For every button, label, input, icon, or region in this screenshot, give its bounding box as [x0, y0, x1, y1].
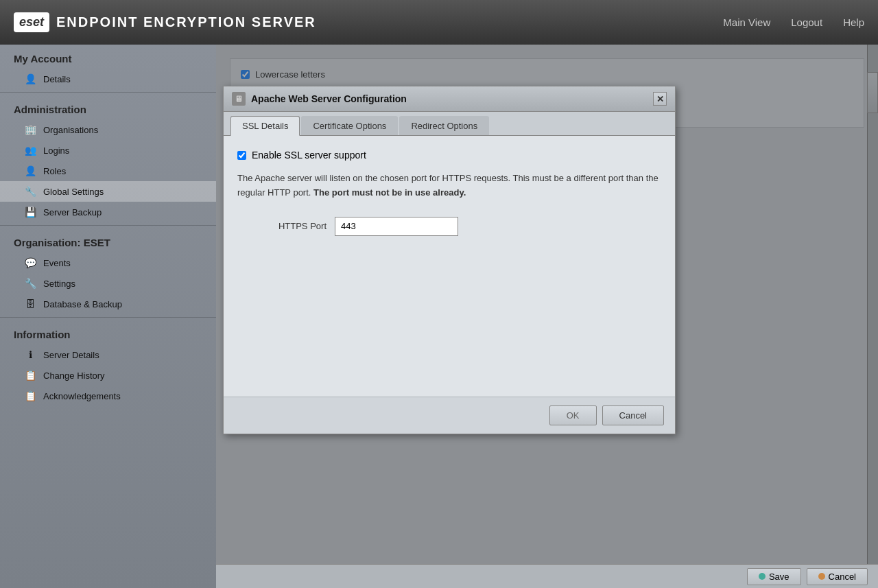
modal-title-text: Apache Web Server Configuration: [251, 93, 407, 104]
divider-2: [0, 225, 216, 226]
cancel-icon: [818, 573, 825, 580]
logins-icon: 👥: [24, 144, 36, 156]
sidebar-logins-label: Logins: [43, 145, 69, 156]
sidebar-details-label: Details: [43, 74, 71, 84]
details-icon: 👤: [24, 73, 36, 85]
tab-certificate-options[interactable]: Certificate Options: [301, 116, 398, 135]
save-icon: [759, 573, 766, 580]
ssl-enable-row: Enable SSL server support: [237, 150, 661, 161]
modal-body: Enable SSL server support The Apache ser…: [224, 136, 675, 397]
sidebar-item-settings[interactable]: 🔧 Settings: [0, 273, 216, 294]
help-link[interactable]: Help: [843, 16, 864, 28]
events-icon: 💬: [24, 257, 36, 269]
sidebar-item-server-backup[interactable]: 💾 Server Backup: [0, 202, 216, 222]
save-label: Save: [769, 572, 790, 582]
settings-icon: 🔧: [24, 277, 36, 290]
server-backup-icon: 💾: [24, 206, 36, 218]
main-layout: My Account 👤 Details Administration 🏢 Or…: [0, 45, 878, 588]
sidebar-change-history-label: Change History: [43, 371, 105, 381]
modal-title-area: 🖥 Apache Web Server Configuration: [232, 92, 407, 106]
https-port-input[interactable]: [335, 217, 458, 236]
sidebar-acknowledgements-label: Acknowledgements: [43, 391, 121, 401]
modal-overlay: 🖥 Apache Web Server Configuration ✕ SSL …: [216, 45, 878, 588]
sidebar-server-details-label: Server Details: [43, 350, 99, 360]
bottom-bar: Save Cancel: [216, 564, 878, 588]
sidebar-database-backup-label: Database & Backup: [43, 299, 122, 309]
sidebar-item-events[interactable]: 💬 Events: [0, 252, 216, 273]
https-port-label: HTTPS Port: [265, 221, 327, 231]
sidebar-item-database-backup[interactable]: 🗄 Database & Backup: [0, 294, 216, 314]
acknowledgements-icon: 📋: [24, 390, 36, 402]
save-button[interactable]: Save: [747, 568, 801, 585]
https-port-row: HTTPS Port: [265, 217, 661, 236]
sidebar-item-details[interactable]: 👤 Details: [0, 69, 216, 89]
change-history-icon: 📋: [24, 369, 36, 381]
roles-icon: 👤: [24, 165, 36, 177]
server-details-icon: ℹ: [24, 349, 36, 361]
modal-tabs: SSL Details Certificate Options Redirect…: [224, 112, 675, 136]
header: eset ENDPOINT ENCRYPTION SERVER Main Vie…: [0, 0, 878, 45]
ssl-enable-checkbox[interactable]: [237, 151, 246, 160]
information-section-title: Information: [0, 320, 216, 344]
sidebar-item-logins[interactable]: 👥 Logins: [0, 140, 216, 161]
modal-footer: OK Cancel: [224, 397, 675, 434]
modal-cancel-button[interactable]: Cancel: [602, 405, 664, 425]
modal-header-icon: 🖥: [232, 92, 246, 106]
logo-eset-text: eset: [19, 15, 44, 29]
divider-1: [0, 92, 216, 93]
sidebar-item-organisations[interactable]: 🏢 Organisations: [0, 119, 216, 140]
database-backup-icon: 🗄: [24, 298, 36, 310]
ssl-description-bold: The port must not be in use already.: [313, 187, 466, 198]
sidebar-settings-label: Settings: [43, 279, 75, 289]
sidebar-global-settings-label: Global Settings: [43, 187, 104, 197]
organisations-icon: 🏢: [24, 124, 36, 136]
sidebar-item-global-settings[interactable]: 🔧 Global Settings: [0, 181, 216, 202]
tab-ssl-details[interactable]: SSL Details: [230, 116, 300, 136]
my-account-section-title: My Account: [0, 45, 216, 69]
main-view-link[interactable]: Main View: [723, 16, 770, 28]
sidebar-roles-label: Roles: [43, 166, 66, 176]
ssl-enable-label: Enable SSL server support: [252, 150, 366, 161]
cancel-button[interactable]: Cancel: [807, 568, 868, 585]
tab-redirect-options[interactable]: Redirect Options: [399, 116, 489, 135]
logout-link[interactable]: Logout: [791, 16, 822, 28]
ssl-description: The Apache server will listen on the cho…: [237, 172, 661, 200]
content-area: Lowercase letters Numbers Symbols dpoint…: [216, 45, 878, 588]
modal-close-button[interactable]: ✕: [653, 92, 667, 106]
modal-dialog: 🖥 Apache Web Server Configuration ✕ SSL …: [223, 86, 676, 434]
sidebar-events-label: Events: [43, 258, 71, 268]
sidebar-item-roles[interactable]: 👤 Roles: [0, 161, 216, 181]
modal-ok-button[interactable]: OK: [549, 405, 597, 425]
header-nav: Main View Logout Help: [723, 16, 864, 28]
sidebar-item-acknowledgements[interactable]: 📋 Acknowledgements: [0, 386, 216, 406]
sidebar: My Account 👤 Details Administration 🏢 Or…: [0, 45, 216, 588]
sidebar-server-backup-label: Server Backup: [43, 207, 102, 217]
app-title: ENDPOINT ENCRYPTION SERVER: [56, 14, 316, 30]
logo-box: eset: [14, 12, 49, 32]
sidebar-item-change-history[interactable]: 📋 Change History: [0, 365, 216, 386]
org-section-title: Organisation: ESET: [0, 228, 216, 252]
global-settings-icon: 🔧: [24, 185, 36, 198]
sidebar-organisations-label: Organisations: [43, 125, 98, 135]
cancel-label: Cancel: [829, 572, 856, 582]
administration-section-title: Administration: [0, 95, 216, 119]
divider-3: [0, 317, 216, 318]
logo-area: eset ENDPOINT ENCRYPTION SERVER: [14, 12, 316, 32]
sidebar-item-server-details[interactable]: ℹ Server Details: [0, 344, 216, 365]
modal-header: 🖥 Apache Web Server Configuration ✕: [224, 86, 675, 112]
